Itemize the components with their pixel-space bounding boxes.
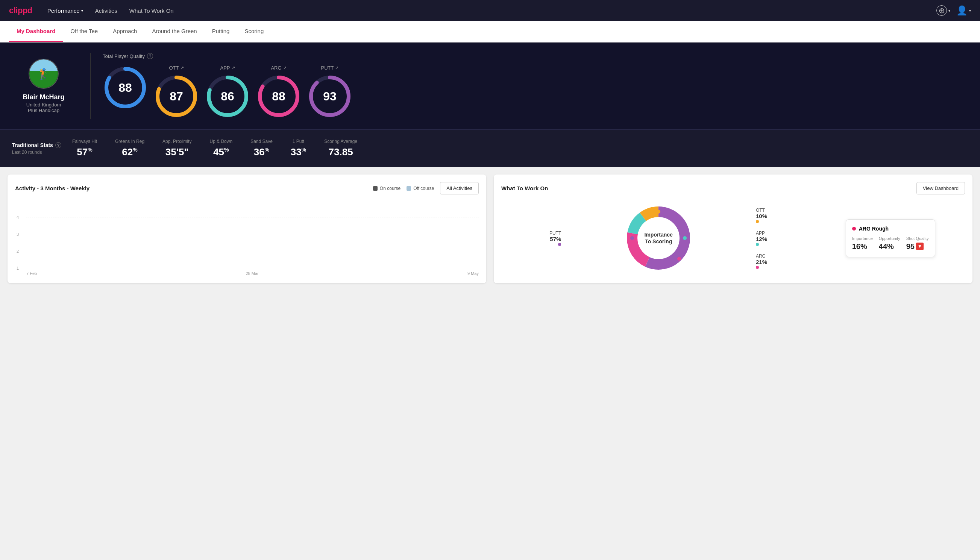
donut-center: Importance To Scoring bbox=[644, 231, 672, 245]
tab-my-dashboard[interactable]: My Dashboard bbox=[9, 21, 63, 42]
svg-point-11 bbox=[277, 76, 281, 79]
ring-svg-total: 88 bbox=[103, 65, 148, 110]
x-label-feb: 7 Feb bbox=[26, 271, 37, 276]
chart-grid: 4 3 2 1 bbox=[26, 200, 479, 268]
activity-chart-title: Activity - 3 Months - Weekly bbox=[15, 185, 90, 192]
tt-opportunity: Opportunity 44% bbox=[879, 236, 900, 251]
arg-dot bbox=[756, 266, 759, 269]
svg-point-8 bbox=[208, 100, 212, 104]
stat-up-down: Up & Down 45% bbox=[210, 139, 232, 158]
chevron-down-icon: ▾ bbox=[81, 8, 83, 13]
tab-off-the-tee[interactable]: Off the Tee bbox=[63, 21, 105, 42]
off-course-dot bbox=[406, 186, 411, 191]
nav-right: ⊕ ▾ 👤 ▾ bbox=[937, 5, 971, 16]
tab-around-the-green[interactable]: Around the Green bbox=[145, 21, 204, 42]
tooltip-card: ARG Rough Importance 16% Opportunity 44% bbox=[846, 219, 935, 257]
view-dashboard-button[interactable]: View Dashboard bbox=[917, 182, 965, 195]
activity-chart-header: Activity - 3 Months - Weekly On course O… bbox=[15, 182, 479, 195]
nav-performance[interactable]: Performance ▾ bbox=[47, 8, 83, 14]
trend-down-icon: ▼ bbox=[916, 243, 923, 250]
ring-label-arg: ARG ↗ bbox=[256, 65, 301, 71]
arrow-icon-app: ↗ bbox=[232, 65, 235, 70]
hero-section: 🏌️ Blair McHarg United Kingdom Plus Hand… bbox=[0, 42, 980, 129]
donut-right-labels: OTT 10% APP 12% ARG 21% bbox=[756, 208, 786, 269]
ring-label-ott: OTT ↗ bbox=[154, 65, 199, 71]
donut-chart: Importance To Scoring bbox=[621, 200, 696, 276]
donut-label-app: APP 12% bbox=[756, 230, 786, 246]
donut-label-arg: ARG 21% bbox=[756, 253, 786, 269]
ring-svg-putt: 93 bbox=[307, 74, 353, 119]
bottom-panels: Activity - 3 Months - Weekly On course O… bbox=[0, 167, 980, 291]
player-info: 🏌️ Blair McHarg United Kingdom Plus Hand… bbox=[12, 59, 87, 113]
arrow-icon-putt: ↗ bbox=[335, 65, 338, 70]
ring-number-ott: 87 bbox=[170, 90, 183, 103]
add-button[interactable]: ⊕ ▾ bbox=[937, 5, 950, 16]
stat-fairways-hit: Fairways Hit 57% bbox=[72, 139, 97, 158]
donut-label-putt: PUTT 57% bbox=[531, 230, 561, 246]
x-label-mar: 28 Mar bbox=[246, 271, 258, 276]
stat-items: Fairways Hit 57% Greens In Reg 62% App. … bbox=[72, 139, 968, 158]
stat-scoring-average: Scoring Average 73.85 bbox=[324, 139, 357, 158]
donut-area: PUTT 57% bbox=[501, 200, 965, 276]
nav-links: Performance ▾ Activities What To Work On bbox=[47, 8, 174, 14]
tooltip-title: ARG Rough bbox=[852, 226, 929, 232]
ring-putt: PUTT ↗ 93 bbox=[307, 65, 353, 119]
tt-opportunity-value: 44% bbox=[879, 242, 900, 251]
logo: clippd bbox=[9, 6, 32, 15]
tooltip-dot bbox=[852, 227, 856, 230]
traditional-stats: Traditional Stats ? Last 20 rounds Fairw… bbox=[0, 129, 980, 167]
trad-stats-label: Traditional Stats ? Last 20 rounds bbox=[12, 142, 72, 155]
ring-label-putt: PUTT ↗ bbox=[307, 65, 353, 71]
tab-putting[interactable]: Putting bbox=[205, 21, 237, 42]
tooltip-stats: Importance 16% Opportunity 44% Shot Qual… bbox=[852, 236, 929, 251]
tt-shot-quality-value: 95 ▼ bbox=[906, 242, 929, 251]
donut-label-ott: OTT 10% bbox=[756, 208, 786, 223]
ring-total: 88 bbox=[103, 65, 148, 119]
x-label-may: 9 May bbox=[468, 271, 479, 276]
activity-chart-panel: Activity - 3 Months - Weekly On course O… bbox=[8, 175, 486, 283]
help-icon[interactable]: ? bbox=[147, 53, 153, 59]
score-rings: 88 OTT ↗ 87 bbox=[103, 65, 968, 119]
tt-importance: Importance 16% bbox=[852, 236, 873, 251]
svg-point-21 bbox=[677, 257, 681, 261]
nav-what-to-work-on[interactable]: What To Work On bbox=[129, 8, 174, 14]
putt-dot bbox=[558, 243, 561, 246]
top-nav: clippd Performance ▾ Activities What To … bbox=[0, 0, 980, 21]
legend-on-course: On course bbox=[373, 186, 401, 191]
tpq-label: Total Player Quality ? bbox=[103, 53, 968, 59]
wtwon-header: What To Work On View Dashboard bbox=[501, 182, 965, 195]
stat-sand-save: Sand Save 36% bbox=[250, 139, 273, 158]
tt-shot-quality: Shot Quality 95 ▼ bbox=[906, 236, 929, 251]
trad-help-icon[interactable]: ? bbox=[55, 142, 61, 148]
ring-app: APP ↗ 86 bbox=[205, 65, 250, 119]
arrow-icon-ott: ↗ bbox=[181, 65, 184, 70]
tt-importance-value: 16% bbox=[852, 242, 873, 251]
stat-greens-in-reg: Greens In Reg 62% bbox=[115, 139, 145, 158]
bar-chart: 4 3 2 1 bbox=[15, 200, 479, 276]
svg-point-22 bbox=[630, 236, 634, 240]
activity-legend: On course Off course bbox=[373, 186, 434, 191]
tab-bar: My Dashboard Off the Tee Approach Around… bbox=[0, 21, 980, 42]
svg-point-19 bbox=[657, 210, 661, 213]
ott-dot bbox=[756, 220, 759, 223]
player-handicap: Plus Handicap bbox=[28, 108, 60, 113]
user-menu-button[interactable]: 👤 ▾ bbox=[956, 5, 971, 16]
ring-number-putt: 93 bbox=[323, 90, 336, 103]
ring-number-total: 88 bbox=[118, 81, 132, 95]
tab-scoring[interactable]: Scoring bbox=[237, 21, 271, 42]
ring-ott: OTT ↗ 87 bbox=[154, 65, 199, 119]
divider bbox=[90, 53, 91, 119]
app-dot bbox=[756, 243, 759, 246]
all-activities-button[interactable]: All Activities bbox=[440, 182, 479, 195]
nav-activities[interactable]: Activities bbox=[95, 8, 117, 14]
ring-number-app: 86 bbox=[221, 90, 234, 103]
tpq-section: Total Player Quality ? 88 bbox=[94, 53, 968, 119]
ring-svg-ott: 87 bbox=[154, 74, 199, 119]
svg-point-14 bbox=[328, 76, 332, 79]
tab-approach[interactable]: Approach bbox=[105, 21, 145, 42]
svg-point-5 bbox=[175, 76, 178, 79]
svg-point-2 bbox=[124, 67, 127, 70]
player-country: United Kingdom bbox=[26, 102, 61, 108]
stat-1-putt: 1 Putt 33% bbox=[291, 139, 306, 158]
ring-label-app: APP ↗ bbox=[205, 65, 250, 71]
